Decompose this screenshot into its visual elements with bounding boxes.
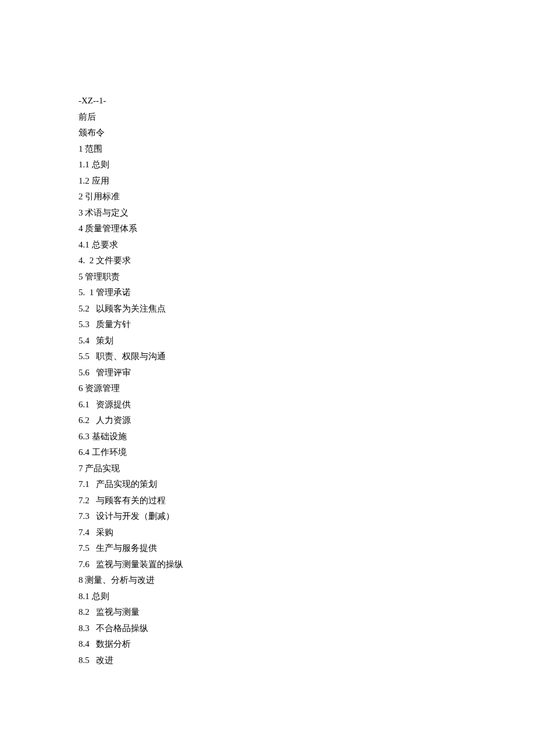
header-code: -XZ--1-	[79, 93, 535, 109]
toc-item: 6 资源管理	[79, 381, 535, 397]
document-content: -XZ--1- 前后 颁布令 1 范围 1.1 总则 1.2 应用 2 引用标准…	[79, 93, 535, 668]
toc-item: 6.2 人力资源	[79, 413, 535, 429]
toc-item: 6.1 资源提供	[79, 397, 535, 413]
toc-item: 5.2 以顾客为关注焦点	[79, 301, 535, 317]
toc-item: 7.3 设计与开发（删减）	[79, 508, 535, 525]
toc-item: 8.3 不合格品操纵	[79, 621, 535, 637]
toc-item: 8 测量、分析与改进	[79, 572, 535, 589]
toc-item: 7 产品实现	[79, 461, 535, 477]
toc-item: 5.4 策划	[79, 333, 535, 349]
toc-item: 5. 1 管理承诺	[79, 285, 535, 301]
toc-item: 5.5 职责、权限与沟通	[79, 349, 535, 365]
toc-item: 7.6 监视与测量装置的操纵	[79, 557, 535, 573]
toc-item: 1 范围	[79, 141, 535, 157]
toc-item: 5.3 质量方针	[79, 317, 535, 333]
toc-item: 8.1 总则	[79, 589, 535, 605]
toc-item: 8.2 监视与测量	[79, 604, 535, 621]
toc-item: 7.2 与顾客有关的过程	[79, 493, 535, 509]
toc-item: 1.1 总则	[79, 157, 535, 173]
toc-item: 7.1 产品实现的策划	[79, 476, 535, 493]
toc-item: 5.6 管理评审	[79, 365, 535, 381]
toc-item: 4 质量管理体系	[79, 221, 535, 237]
toc-item: 6.4 工作环境	[79, 445, 535, 461]
toc-item: 7.4 采购	[79, 525, 535, 541]
toc-item: 7.5 生产与服务提供	[79, 540, 535, 557]
toc-item: 3 术语与定义	[79, 205, 535, 221]
header-line-2: 颁布令	[79, 125, 535, 141]
toc-item: 4. 2 文件要求	[79, 253, 535, 269]
header-line-1: 前后	[79, 109, 535, 126]
toc-item: 5 管理职责	[79, 269, 535, 285]
toc-item: 6.3 基础设施	[79, 429, 535, 445]
toc-item: 2 引用标准	[79, 189, 535, 205]
toc-item: 8.4 数据分析	[79, 636, 535, 653]
toc-item: 1.2 应用	[79, 173, 535, 189]
toc-item: 8.5 改进	[79, 653, 535, 669]
toc-item: 4.1 总要求	[79, 237, 535, 253]
